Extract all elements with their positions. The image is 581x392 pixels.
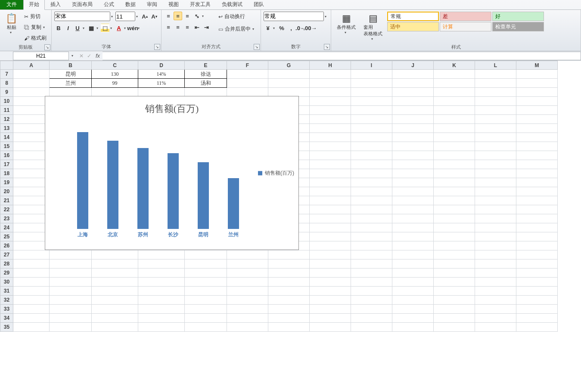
cell-style-good[interactable]: 好 <box>492 12 544 21</box>
cell[interactable] <box>475 223 516 232</box>
border-button[interactable]: ▦ <box>87 24 96 32</box>
col-header[interactable]: D <box>138 61 185 70</box>
row-header[interactable]: 15 <box>0 142 13 151</box>
cell[interactable] <box>13 133 50 142</box>
number-format-select[interactable] <box>264 12 324 21</box>
cell[interactable] <box>516 169 558 178</box>
cell[interactable] <box>351 187 392 196</box>
cell[interactable] <box>434 241 475 250</box>
align-right-button[interactable]: ≡ <box>183 23 192 31</box>
cell[interactable] <box>310 305 351 314</box>
enter-icon[interactable]: ✓ <box>87 53 91 59</box>
col-header[interactable]: G <box>268 61 310 70</box>
paste-button[interactable]: 📋 粘贴 ▾ <box>3 12 20 37</box>
cell[interactable] <box>475 259 516 269</box>
cell[interactable] <box>50 88 92 97</box>
cell[interactable] <box>392 88 434 97</box>
cell[interactable] <box>516 241 558 250</box>
cell[interactable] <box>434 250 475 259</box>
bold-button[interactable]: B <box>54 24 63 32</box>
cell[interactable] <box>516 232 558 241</box>
cell[interactable] <box>392 79 434 88</box>
cell[interactable] <box>310 160 351 169</box>
cell[interactable] <box>516 305 558 314</box>
row-header[interactable]: 10 <box>0 97 13 106</box>
cell[interactable] <box>475 124 516 133</box>
cell[interactable] <box>392 323 434 332</box>
cell[interactable] <box>92 323 138 332</box>
cell[interactable] <box>434 79 475 88</box>
cell[interactable] <box>185 287 227 296</box>
cell[interactable] <box>434 314 475 323</box>
cell[interactable] <box>392 250 434 259</box>
row-header[interactable]: 17 <box>0 160 13 169</box>
cell[interactable] <box>392 305 434 314</box>
cell[interactable]: 兰州 <box>50 79 92 88</box>
cell[interactable] <box>434 223 475 232</box>
cell[interactable] <box>50 269 92 278</box>
cell[interactable] <box>138 259 185 269</box>
row-header[interactable]: 28 <box>0 259 13 269</box>
cell[interactable] <box>392 223 434 232</box>
merge-center-button[interactable]: ▭合并后居中▾ <box>216 24 258 34</box>
cell[interactable] <box>475 178 516 187</box>
cell[interactable] <box>50 296 92 305</box>
cell[interactable] <box>351 151 392 160</box>
cell[interactable] <box>351 205 392 214</box>
font-name-input[interactable] <box>54 12 110 21</box>
row-header[interactable]: 13 <box>0 124 13 133</box>
cell[interactable] <box>475 79 516 88</box>
cell[interactable] <box>227 250 268 259</box>
cell[interactable] <box>475 106 516 115</box>
chevron-down-icon[interactable]: ▾ <box>273 26 277 30</box>
cell[interactable] <box>310 287 351 296</box>
cell[interactable] <box>310 169 351 178</box>
cell[interactable] <box>351 124 392 133</box>
cell[interactable] <box>268 88 310 97</box>
cell[interactable] <box>351 106 392 115</box>
cell[interactable] <box>310 115 351 124</box>
cell[interactable] <box>434 151 475 160</box>
cell[interactable] <box>13 142 50 151</box>
cell[interactable] <box>268 278 310 287</box>
cell[interactable] <box>434 70 475 79</box>
col-header[interactable]: B <box>50 61 92 70</box>
cell[interactable]: 11% <box>138 79 185 88</box>
cell[interactable] <box>434 287 475 296</box>
cell[interactable] <box>13 214 50 223</box>
cell[interactable] <box>50 323 92 332</box>
cell[interactable] <box>434 259 475 269</box>
cell[interactable] <box>475 287 516 296</box>
cell[interactable]: 昆明 <box>50 70 92 79</box>
cell[interactable] <box>227 79 268 88</box>
cell[interactable] <box>13 169 50 178</box>
cell[interactable] <box>434 106 475 115</box>
cell[interactable] <box>392 133 434 142</box>
cell[interactable] <box>392 314 434 323</box>
cell[interactable] <box>475 151 516 160</box>
fx-icon[interactable]: fx <box>96 52 100 59</box>
cell[interactable] <box>516 196 558 205</box>
tab-view[interactable]: 视图 <box>163 0 184 9</box>
cell[interactable]: 汤和 <box>185 79 227 88</box>
cell[interactable] <box>516 250 558 259</box>
cell[interactable] <box>92 250 138 259</box>
cell[interactable] <box>351 79 392 88</box>
cell[interactable] <box>310 106 351 115</box>
cell[interactable] <box>516 88 558 97</box>
cell[interactable] <box>50 259 92 269</box>
cell[interactable] <box>13 296 50 305</box>
tab-formula[interactable]: 公式 <box>98 0 120 9</box>
cell[interactable] <box>268 323 310 332</box>
cell[interactable] <box>13 287 50 296</box>
cell[interactable] <box>392 259 434 269</box>
cut-button[interactable]: ✂剪切 <box>22 12 49 22</box>
cell[interactable] <box>351 214 392 223</box>
align-middle-button[interactable]: ≡ <box>174 12 182 20</box>
row-header[interactable]: 22 <box>0 205 13 214</box>
dialog-launcher-icon[interactable]: ↘ <box>154 44 160 50</box>
row-header[interactable]: 14 <box>0 133 13 142</box>
cell[interactable] <box>351 296 392 305</box>
cell[interactable] <box>310 88 351 97</box>
cell[interactable] <box>268 305 310 314</box>
